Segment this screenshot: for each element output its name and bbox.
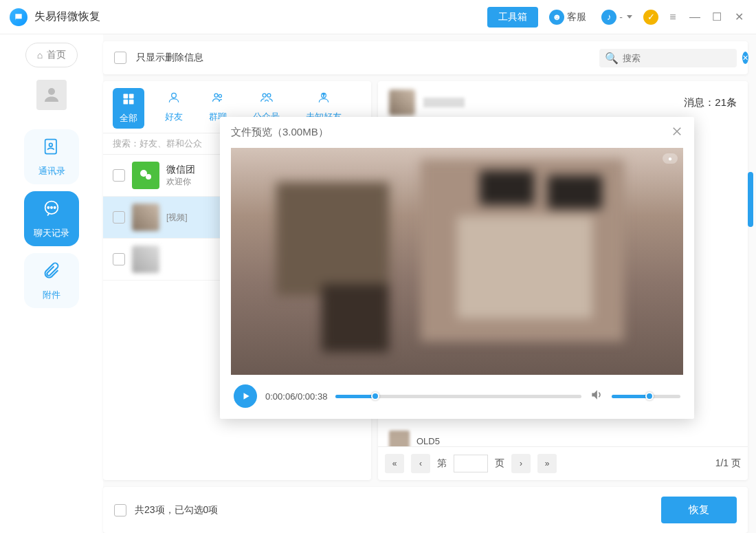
svg-point-15 bbox=[267, 94, 270, 97]
svg-point-0 bbox=[48, 88, 55, 95]
volume-icon[interactable] bbox=[590, 388, 603, 404]
maximize-button[interactable]: ☐ bbox=[709, 10, 724, 25]
pager-last-button[interactable]: » bbox=[537, 454, 557, 473]
chat-icon bbox=[42, 199, 61, 223]
unknown-person-icon: ? bbox=[317, 91, 331, 108]
svg-point-2 bbox=[49, 143, 53, 146]
video-frame[interactable]: ● bbox=[231, 148, 683, 375]
message-avatar bbox=[389, 431, 410, 446]
chat-avatar bbox=[132, 204, 159, 231]
search-input[interactable] bbox=[623, 53, 738, 63]
toolbox-button[interactable]: 工具箱 bbox=[487, 7, 538, 28]
svg-point-12 bbox=[214, 94, 218, 97]
pager: « ‹ 第 页 › » 1/1 页 bbox=[378, 446, 748, 480]
pager-total: 1/1 页 bbox=[715, 457, 741, 470]
message-sender: OLD5 bbox=[416, 436, 440, 446]
group-icon bbox=[260, 91, 274, 108]
headset-icon: ☻ bbox=[549, 10, 564, 25]
chevron-down-icon bbox=[627, 15, 632, 19]
message-row[interactable]: OLD5 bbox=[389, 426, 737, 446]
svg-point-11 bbox=[172, 93, 177, 98]
sidebar-item-label: 附件 bbox=[43, 289, 60, 301]
svg-point-14 bbox=[263, 94, 266, 97]
app-logo bbox=[10, 8, 27, 26]
wechat-avatar-icon bbox=[132, 162, 159, 189]
modal-close-button[interactable] bbox=[671, 125, 683, 140]
tab-all[interactable]: 全部 bbox=[113, 88, 144, 129]
search-icon: 🔍 bbox=[605, 52, 619, 65]
scrollbar-thumb[interactable] bbox=[748, 172, 753, 227]
agent-icon: ♪ bbox=[601, 10, 616, 25]
sidebar: ⌂ 首页 通讯录 聊天记录 附件 bbox=[0, 34, 103, 533]
chat-checkbox[interactable] bbox=[113, 211, 125, 224]
search-clear-button[interactable]: ✕ bbox=[742, 52, 748, 64]
conversation-name bbox=[423, 98, 465, 107]
titlebar: 失易得微恢复 工具箱 ☻ 客服 ♪ - ✓ ≡ — ☐ ✕ bbox=[0, 0, 756, 34]
show-deleted-checkbox[interactable] bbox=[114, 52, 126, 64]
app-title: 失易得微恢复 bbox=[34, 10, 487, 24]
menu-icon[interactable]: ≡ bbox=[665, 10, 680, 25]
pager-next-button[interactable]: › bbox=[511, 454, 531, 473]
modal-header: 文件预览（3.00MB） bbox=[220, 117, 694, 148]
home-button[interactable]: ⌂ 首页 bbox=[25, 43, 78, 67]
select-all-checkbox[interactable] bbox=[114, 504, 126, 516]
sidebar-item-contacts[interactable]: 通讯录 bbox=[24, 129, 79, 184]
search-box: 🔍 ✕ bbox=[599, 49, 737, 67]
minimize-button[interactable]: — bbox=[687, 10, 702, 25]
home-label: 首页 bbox=[47, 49, 66, 61]
file-preview-modal: 文件预览（3.00MB） ● 0:00:06/0:00:38 bbox=[220, 117, 694, 419]
filter-bar: 只显示删除信息 🔍 ✕ bbox=[103, 41, 748, 74]
contacts-icon bbox=[42, 137, 61, 161]
svg-point-6 bbox=[54, 206, 56, 208]
grid-icon bbox=[122, 92, 135, 109]
pager-label-suffix: 页 bbox=[495, 457, 504, 470]
svg-rect-7 bbox=[124, 94, 129, 99]
video-watermark-icon: ● bbox=[663, 153, 678, 164]
recover-button[interactable]: 恢复 bbox=[661, 497, 737, 523]
volume-slider[interactable] bbox=[612, 395, 680, 398]
tab-friends[interactable]: 好友 bbox=[159, 88, 188, 129]
show-deleted-label: 只显示删除信息 bbox=[136, 52, 203, 64]
svg-rect-9 bbox=[124, 100, 129, 105]
pager-page-input[interactable] bbox=[454, 455, 488, 472]
person-icon bbox=[167, 91, 181, 108]
svg-point-19 bbox=[146, 174, 151, 180]
svg-point-5 bbox=[51, 206, 52, 208]
video-time-text: 0:00:06/0:00:38 bbox=[265, 391, 327, 402]
sidebar-item-label: 聊天记录 bbox=[34, 227, 69, 239]
people-icon bbox=[211, 91, 225, 108]
video-controls: 0:00:06/0:00:38 bbox=[231, 375, 683, 408]
svg-rect-8 bbox=[129, 94, 134, 99]
conversation-avatar bbox=[389, 89, 415, 116]
agent-dropdown[interactable]: ♪ - bbox=[597, 7, 636, 28]
customer-service-button[interactable]: ☻ 客服 bbox=[545, 7, 590, 28]
sidebar-item-chatlog[interactable]: 聊天记录 bbox=[24, 191, 79, 246]
message-count: 消息：21条 bbox=[684, 96, 737, 109]
chat-checkbox[interactable] bbox=[113, 169, 125, 182]
svg-point-4 bbox=[47, 206, 49, 208]
pager-prev-button[interactable]: ‹ bbox=[411, 454, 430, 473]
footer-bar: 共23项，已勾选0项 恢复 bbox=[103, 487, 748, 533]
status-badge-icon[interactable]: ✓ bbox=[643, 10, 658, 25]
pager-first-button[interactable]: « bbox=[385, 454, 404, 473]
home-icon: ⌂ bbox=[37, 50, 43, 61]
modal-title: 文件预览（3.00MB） bbox=[231, 126, 329, 139]
attachment-icon bbox=[42, 261, 61, 285]
play-button[interactable] bbox=[234, 384, 257, 408]
chat-checkbox[interactable] bbox=[113, 253, 125, 265]
sidebar-item-attachments[interactable]: 附件 bbox=[24, 253, 79, 308]
tab-label: 好友 bbox=[165, 111, 183, 123]
tab-label: 全部 bbox=[120, 112, 137, 124]
video-progress-bar[interactable] bbox=[335, 395, 581, 398]
sidebar-item-label: 通讯录 bbox=[38, 165, 65, 177]
svg-text:?: ? bbox=[323, 93, 325, 97]
chat-avatar bbox=[132, 246, 159, 273]
svg-point-13 bbox=[219, 94, 221, 97]
customer-service-label: 客服 bbox=[567, 11, 586, 23]
svg-rect-10 bbox=[129, 100, 134, 105]
close-button[interactable]: ✕ bbox=[731, 10, 746, 25]
selection-summary: 共23项，已勾选0项 bbox=[135, 504, 218, 516]
user-avatar[interactable] bbox=[36, 80, 67, 110]
pager-label-prefix: 第 bbox=[437, 457, 447, 470]
